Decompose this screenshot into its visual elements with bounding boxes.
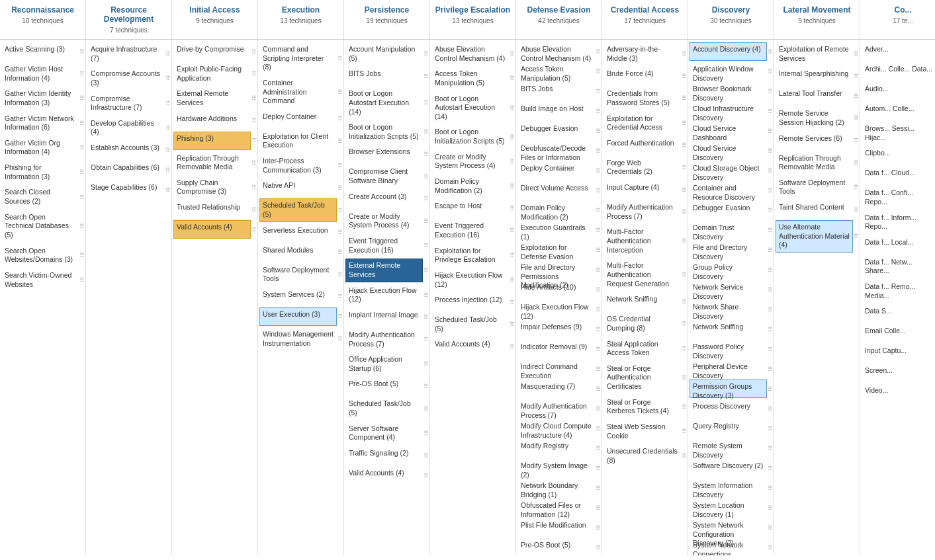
drag-handle-icon[interactable] — [509, 268, 514, 292]
technique-label[interactable]: External Remote Services — [173, 87, 251, 110]
technique-label[interactable]: Event Triggered Execution (16) — [431, 219, 509, 242]
drag-handle-icon[interactable] — [681, 395, 686, 419]
drag-handle-icon[interactable] — [853, 200, 858, 219]
technique-label[interactable]: Domain Policy Modification (2) — [517, 201, 595, 220]
drag-handle-icon[interactable] — [767, 181, 772, 200]
technique-label[interactable]: Access Token Manipulation (5) — [517, 62, 595, 81]
drag-handle-icon[interactable] — [337, 130, 342, 153]
technique-label[interactable]: Modify Authentication Process (7) — [345, 328, 423, 351]
drag-handle-icon[interactable] — [595, 439, 600, 458]
drag-handle-icon[interactable] — [509, 42, 514, 65]
technique-label[interactable]: Direct Volume Access — [517, 181, 595, 200]
technique-label[interactable]: File and Directory Permissions Modificat… — [517, 260, 595, 279]
drag-handle-icon[interactable] — [79, 62, 84, 85]
drag-handle-icon[interactable] — [337, 198, 342, 221]
technique-label[interactable]: Browser Extensions — [345, 145, 423, 163]
technique-label[interactable]: Adver... — [862, 42, 935, 61]
technique-label[interactable]: Data f... Netw... Share... — [862, 255, 935, 278]
technique-label[interactable]: Input Captu... — [862, 344, 935, 362]
drag-handle-icon[interactable] — [337, 154, 342, 177]
drag-handle-icon[interactable] — [767, 479, 772, 497]
technique-label[interactable]: Use Alternate Authentication Material (4… — [776, 220, 853, 253]
technique-label[interactable]: Gather Victim Identity Information (3) — [1, 87, 79, 110]
drag-handle-icon[interactable] — [251, 112, 256, 130]
drag-handle-icon[interactable] — [251, 62, 256, 85]
drag-handle-icon[interactable] — [767, 201, 772, 220]
technique-label[interactable]: Taint Shared Content — [776, 200, 853, 219]
technique-label[interactable]: Network Share Discovery — [690, 300, 767, 319]
technique-label[interactable]: Exploit Public-Facing Application — [173, 62, 251, 85]
technique-label[interactable]: Escape to Host — [431, 199, 509, 218]
drag-handle-icon[interactable] — [251, 132, 256, 150]
technique-label[interactable]: Video... — [862, 383, 935, 402]
drag-handle-icon[interactable] — [595, 141, 600, 160]
technique-label[interactable]: Drive-by Compromise — [173, 42, 251, 61]
technique-label[interactable]: Scheduled Task/Job (5) — [345, 397, 423, 420]
drag-handle-icon[interactable] — [423, 67, 428, 85]
drag-handle-icon[interactable] — [423, 145, 428, 163]
technique-label[interactable]: Modify Authentication Process (7) — [603, 200, 681, 223]
drag-handle-icon[interactable] — [423, 397, 428, 420]
drag-handle-icon[interactable] — [79, 136, 84, 159]
technique-label[interactable]: Gather Victim Host Information (4) — [1, 62, 79, 85]
technique-label[interactable]: Application Window Discovery — [690, 62, 767, 81]
drag-handle-icon[interactable] — [767, 42, 772, 61]
technique-label[interactable]: External Remote Services — [345, 259, 423, 282]
technique-label[interactable]: Brute Force (4) — [603, 67, 681, 85]
drag-handle-icon[interactable] — [423, 87, 428, 119]
drag-handle-icon[interactable] — [853, 67, 858, 85]
technique-label[interactable]: Network Boundary Bridging (1) — [517, 479, 595, 497]
drag-handle-icon[interactable] — [767, 280, 772, 299]
drag-handle-icon[interactable] — [767, 260, 772, 279]
technique-label[interactable]: Account Manipulation (5) — [345, 42, 423, 65]
technique-label[interactable]: System Information Discovery — [690, 479, 767, 497]
drag-handle-icon[interactable] — [165, 141, 170, 159]
drag-handle-icon[interactable] — [595, 300, 600, 319]
technique-label[interactable]: Autom... Colle... — [862, 102, 935, 120]
technique-label[interactable]: Boot or Logon Initialization Scripts (5) — [345, 120, 423, 143]
technique-label[interactable]: Server Software Component (4) — [345, 422, 423, 445]
drag-handle-icon[interactable] — [853, 132, 858, 150]
technique-label[interactable]: Boot or Logon Autostart Execution (14) — [345, 87, 423, 119]
technique-label[interactable]: Software Deployment Tools — [776, 176, 853, 199]
technique-label[interactable]: System Network Connections Discovery — [690, 538, 767, 555]
technique-label[interactable]: Create or Modify System Process (4) — [345, 210, 423, 233]
drag-handle-icon[interactable] — [423, 466, 428, 485]
drag-handle-icon[interactable] — [767, 380, 772, 398]
technique-label[interactable]: Data S... — [862, 304, 935, 323]
technique-label[interactable]: Permission Groups Discovery (3) — [690, 380, 767, 398]
technique-label[interactable]: Native API — [259, 179, 337, 197]
drag-handle-icon[interactable] — [595, 62, 600, 81]
drag-handle-icon[interactable] — [509, 125, 514, 148]
technique-label[interactable]: Deploy Container — [517, 161, 595, 180]
technique-label[interactable]: BITS Jobs — [517, 82, 595, 100]
drag-handle-icon[interactable] — [681, 156, 686, 179]
technique-label[interactable]: Peripheral Device Discovery — [690, 360, 767, 378]
technique-label[interactable]: Forced Authentication — [603, 136, 681, 155]
technique-label[interactable]: System Location Discovery (1) — [690, 499, 767, 517]
drag-handle-icon[interactable] — [767, 419, 772, 438]
technique-label[interactable]: Boot or Logon Autostart Execution (14) — [431, 92, 509, 124]
technique-label[interactable]: Query Registry — [690, 419, 767, 438]
drag-handle-icon[interactable] — [681, 259, 686, 291]
drag-handle-icon[interactable] — [595, 181, 600, 200]
drag-handle-icon[interactable] — [509, 219, 514, 242]
drag-handle-icon[interactable] — [595, 221, 600, 239]
technique-label[interactable]: Brows... Sessi... Hijac... — [862, 122, 935, 145]
drag-handle-icon[interactable] — [681, 420, 686, 443]
drag-handle-icon[interactable] — [681, 312, 686, 335]
drag-handle-icon[interactable] — [79, 210, 84, 243]
drag-handle-icon[interactable] — [509, 337, 514, 356]
drag-handle-icon[interactable] — [79, 185, 84, 208]
drag-handle-icon[interactable] — [423, 377, 428, 395]
drag-handle-icon[interactable] — [681, 180, 686, 199]
technique-label[interactable]: Active Scanning (3) — [1, 42, 79, 61]
technique-label[interactable]: Hijack Execution Flow (12) — [345, 284, 423, 307]
technique-label[interactable]: Phishing (3) — [173, 132, 251, 150]
technique-label[interactable]: Gather Victim Network Information (6) — [1, 112, 79, 135]
technique-label[interactable]: Exploitation for Defense Evasion — [517, 241, 595, 259]
technique-label[interactable]: Cloud Infrastructure Discovery — [690, 102, 767, 120]
technique-label[interactable]: Credentials from Password Stores (5) — [603, 87, 681, 110]
drag-handle-icon[interactable] — [423, 308, 428, 327]
technique-label[interactable]: Deobfuscate/Decode Files or Information — [517, 141, 595, 160]
